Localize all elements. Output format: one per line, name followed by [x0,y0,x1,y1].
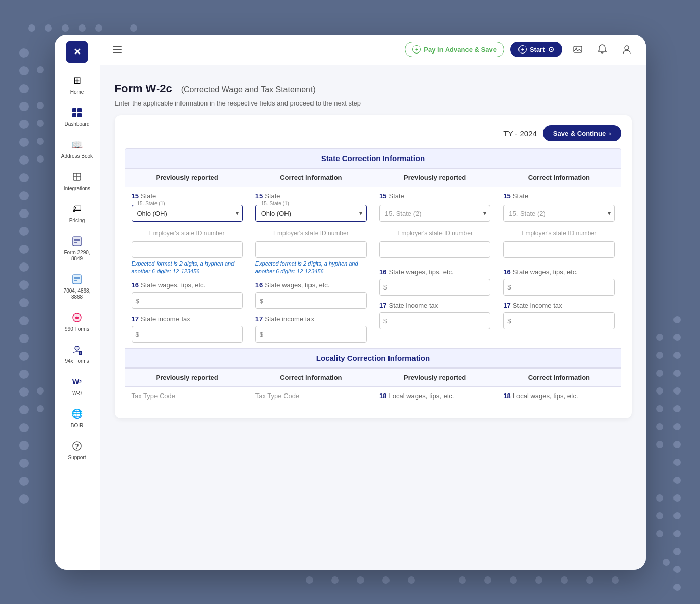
state1-corr-dropdown-wrap: 15. State (1) Ohio (OH) ▾ [255,205,367,222]
locality-col1: Tax Type Code [125,387,249,408]
w9-icon: W2 [70,375,84,389]
sidebar-item-label: 94x Forms [65,358,89,364]
state-correction-table: Previously reported Correct information … [125,168,621,349]
field16-input-1[interactable] [132,292,243,309]
pay-advance-button[interactable]: + Pay in Advance & Save [405,42,504,57]
state1-prev-select[interactable]: Ohio (OH) [132,205,243,222]
sidebar-item-support[interactable]: ? Support [57,435,97,465]
form-7004-icon [70,272,84,286]
svg-point-16 [75,346,79,350]
sidebar-item-address-book[interactable]: 📖 Address Book [57,134,97,164]
field16-section-2: 16 State wages, tips, etc. $ [255,281,367,309]
field17-input-1[interactable] [132,326,243,343]
field17-input-3[interactable] [379,312,490,329]
locality-row: Tax Type Code Tax Type Code 18 [125,387,621,408]
address-book-icon: 📖 [70,138,84,152]
chevron-right-icon: › [609,129,611,137]
sidebar-item-form-2290[interactable]: Form 2290, 8849 [57,230,97,266]
emp-id-input-2[interactable] [255,241,367,258]
svg-rect-3 [77,113,82,117]
94x-forms-icon: 2 [70,343,84,357]
state-col3: 15 State 15. State (2) ▾ [373,187,497,348]
dollar-sign-icon: $ [260,330,263,338]
state2-corr-select[interactable]: 15. State (2) [503,205,614,222]
state-col2: 15 State 15. State (1) Ohio (OH) ▾ [249,187,373,348]
state1-corr-select[interactable]: Ohio (OH) [255,205,367,222]
sidebar-item-home[interactable]: ⊞ Home [57,69,97,99]
app-logo[interactable]: ✕ [66,41,88,63]
state2-prev-select[interactable]: 15. State (2) [379,205,490,222]
emp-id-input-1[interactable] [132,241,243,258]
state2-prev-dropdown-wrap: 15. State (2) ▾ [379,205,490,222]
locality-section-header: Locality Correction Information [125,348,621,368]
pay-advance-plus-icon: + [412,45,421,54]
emp-id-input-3[interactable] [379,241,490,258]
field16-input-4[interactable] [503,279,614,296]
field16-section-1: 16 State wages, tips, etc. $ [132,281,243,309]
field17-section-2: 17 State income tax $ [255,315,367,343]
images-button[interactable] [568,40,587,59]
field16-section-4: 16 State wages, tips, etc. $ [503,268,614,296]
locality-col2: Tax Type Code [249,387,373,408]
sidebar-item-94x-forms[interactable]: 2 94x Forms [57,338,97,369]
sidebar-item-label: W-9 [72,390,82,397]
sidebar-item-boir[interactable]: 🌐 BOIR [57,403,97,433]
field17-section-3: 17 State income tax $ [379,302,490,329]
col-header-corr-2: Correct information [497,168,621,187]
field17-input-2[interactable] [255,326,367,343]
dollar-sign-icon: $ [507,283,511,291]
sidebar-item-990-forms[interactable]: 990 Forms [57,306,97,336]
locality-col-header-corr-2: Correct information [497,369,621,387]
field16-input-3[interactable] [379,279,490,296]
field16-input-2[interactable] [255,292,367,309]
bell-button[interactable] [593,40,611,59]
svg-text:?: ? [75,443,79,450]
save-continue-button[interactable]: Save & Continue › [543,125,621,141]
start-clock-icon: ⊙ [548,45,554,54]
locality-col-header-prev-1: Previously reported [125,369,249,387]
sidebar-item-label: Form 2290, 8849 [60,250,94,262]
svg-text:2: 2 [80,352,81,355]
emp-id-input-4[interactable] [503,241,614,258]
sidebar-item-integrations[interactable]: Integrations [57,166,97,196]
dropdown-label-2: 15. State (1) [260,201,291,206]
field15-label-row-1: 15 State [132,192,243,200]
emp-id-section-1: Employer's state ID number Expected form… [132,230,243,276]
locality-col4: 18 Local wages, tips, etc. [497,387,621,408]
emp-id-section-3: Employer's state ID number [379,230,490,258]
sidebar: ✕ ⊞ Home Dashboard 📖 Address Book [55,35,100,570]
field15-label-row-3: 15 State [379,192,490,200]
dollar-sign-icon: $ [136,330,139,338]
home-icon: ⊞ [70,73,84,88]
field16-input-wrap-2: $ [255,292,367,309]
sidebar-item-label: BOIR [71,423,83,429]
sidebar-item-label: 990 Forms [65,326,89,332]
col-header-prev-2: Previously reported [373,168,497,187]
sidebar-item-w9[interactable]: W2 W-9 [57,371,97,401]
sidebar-item-form-7004[interactable]: 7004, 4868, 8868 [57,268,97,304]
start-button[interactable]: + Start ⊙ [510,42,562,57]
field17-input-wrap-1: $ [132,326,243,343]
user-button[interactable] [617,40,636,59]
svg-point-23 [625,46,629,50]
hamburger-menu[interactable] [111,44,124,55]
app-shell: ✕ ⊞ Home Dashboard 📖 Address Book [55,35,646,570]
svg-rect-7 [73,237,81,246]
dollar-sign-icon: $ [136,297,139,304]
svg-rect-1 [77,108,82,112]
locality-col-header-prev-2: Previously reported [373,369,497,387]
sidebar-item-label: Address Book [61,153,93,160]
state-row: 15 State 15. State (1) Ohio (OH) ▾ [125,187,621,348]
state1-prev-dropdown-wrap: 15. State (1) Ohio (OH) ▾ [132,205,243,222]
sidebar-item-label: Pricing [69,218,85,224]
sidebar-item-label: Dashboard [65,121,90,127]
sidebar-item-dashboard[interactable]: Dashboard [57,101,97,132]
svg-rect-11 [73,275,81,284]
topnav: + Pay in Advance & Save + Start ⊙ [100,35,646,65]
svg-rect-2 [72,113,76,117]
field17-input-4[interactable] [503,312,614,329]
field15-label-row-4: 15 State [503,192,614,200]
sidebar-item-pricing[interactable]: 🏷 Pricing [57,198,97,228]
field17-section-1: 17 State income tax $ [132,315,243,343]
emp-id-section-2: Employer's state ID number Expected form… [255,230,367,276]
